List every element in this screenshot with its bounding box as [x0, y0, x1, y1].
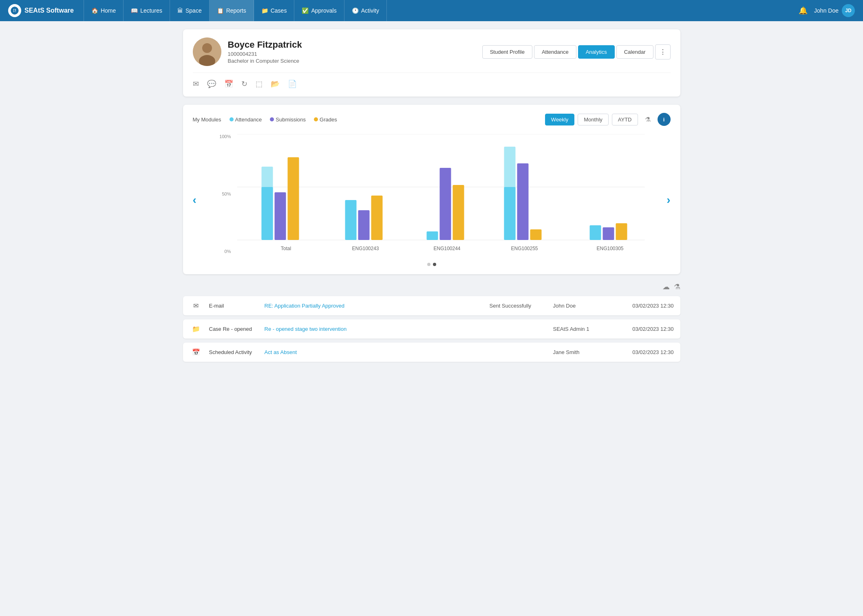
- home-icon: 🏠: [91, 7, 98, 14]
- filter-icon[interactable]: ⚗: [641, 113, 654, 126]
- activity-log-header: ☁ ⚗: [183, 282, 680, 291]
- nav-user[interactable]: John Doe JD: [814, 4, 855, 17]
- folder-icon[interactable]: 📂: [271, 79, 280, 88]
- submissions-dot: [270, 117, 274, 121]
- cloud-upload-icon[interactable]: ☁: [662, 282, 670, 291]
- svg-rect-27: [603, 227, 614, 240]
- calendar-add-icon[interactable]: 📅: [224, 79, 233, 88]
- activity-link-email[interactable]: RE: Application Partially Approved: [265, 303, 483, 309]
- svg-text:ENG100255: ENG100255: [511, 246, 538, 251]
- logo-text: SEAtS Software: [24, 7, 74, 14]
- add-document-icon[interactable]: 📄: [288, 79, 297, 88]
- y-label-50: 50%: [222, 191, 231, 196]
- legend-submissions: Submissions: [270, 117, 306, 123]
- svg-text:ENG100305: ENG100305: [596, 246, 623, 251]
- approvals-icon: ✅: [302, 7, 309, 14]
- y-label-100: 100%: [219, 134, 231, 139]
- copy-icon[interactable]: ⬚: [256, 79, 263, 88]
- chart-svg: Total ENG100243 ENG100244: [236, 134, 646, 256]
- nav-items: 🏠 Home 📖 Lectures 🏛 Space 📋 Reports 📁 Ca…: [84, 0, 799, 21]
- chart-dot-1[interactable]: [427, 263, 430, 266]
- svg-rect-28: [616, 223, 627, 240]
- main-content: Boyce Fitzpatrick 1000004231 Bachelor in…: [171, 21, 693, 374]
- chart-next-button[interactable]: ›: [667, 194, 670, 207]
- chart-prev-button[interactable]: ‹: [193, 194, 196, 207]
- logo-icon: S: [8, 4, 21, 17]
- activity-type-scheduled: Scheduled Activity: [209, 349, 258, 355]
- nav-cases[interactable]: 📁 Cases: [254, 0, 295, 21]
- svg-text:S: S: [13, 9, 16, 13]
- svg-rect-9: [261, 187, 273, 240]
- chart-svg-wrapper: Total ENG100243 ENG100244: [236, 134, 646, 258]
- avatar: JD: [842, 4, 855, 17]
- weekly-button[interactable]: Weekly: [545, 114, 574, 125]
- monthly-button[interactable]: Monthly: [578, 114, 609, 125]
- activity-link-scheduled[interactable]: Act as Absent: [265, 349, 483, 355]
- analytics-header: My Modules Attendance Submissions Grades…: [193, 113, 671, 126]
- chart-area-wrapper: 100% 50% 0%: [217, 134, 646, 266]
- tab-attendance[interactable]: Attendance: [534, 45, 576, 59]
- profile-avatar: [193, 37, 221, 66]
- svg-rect-15: [371, 196, 382, 240]
- nav-approvals[interactable]: ✅ Approvals: [294, 0, 344, 21]
- navbar: S SEAtS Software 🏠 Home 📖 Lectures 🏛 Spa…: [0, 0, 863, 21]
- nav-reports[interactable]: 📋 Reports: [210, 0, 254, 21]
- analytics-legend: My Modules Attendance Submissions Grades: [193, 117, 337, 123]
- nav-username: John Doe: [814, 7, 839, 14]
- profile-details: Boyce Fitzpatrick 1000004231 Bachelor in…: [228, 40, 302, 64]
- more-menu-button[interactable]: ⋮: [655, 44, 671, 59]
- logo[interactable]: S SEAtS Software: [8, 4, 74, 17]
- activity-link-case[interactable]: Re - opened stage two intervention: [265, 326, 483, 332]
- nav-lectures[interactable]: 📖 Lectures: [124, 0, 170, 21]
- svg-text:ENG100243: ENG100243: [352, 246, 379, 251]
- svg-rect-22: [504, 187, 515, 240]
- svg-point-3: [202, 43, 212, 53]
- svg-rect-17: [426, 231, 438, 240]
- tab-student-profile[interactable]: Student Profile: [482, 45, 532, 59]
- activity-log: ☁ ⚗ ✉ E-mail RE: Application Partially A…: [183, 282, 680, 362]
- activity-row-case: 📁 Case Re - opened Re - opened stage two…: [183, 319, 680, 339]
- nav-right: 🔔 John Doe JD: [799, 4, 855, 17]
- profile-icons-row: ✉ 💬 📅 ↻ ⬚ 📂 📄: [193, 73, 671, 88]
- activity-user-case: SEAtS Admin 1: [553, 326, 610, 332]
- svg-rect-14: [358, 210, 369, 240]
- bell-icon[interactable]: 🔔: [799, 6, 808, 15]
- chart-dot-2[interactable]: [433, 263, 436, 266]
- analytics-controls: Weekly Monthly AYTD ⚗ i: [545, 113, 671, 126]
- y-axis: 100% 50% 0%: [217, 134, 234, 254]
- chat-icon[interactable]: 💬: [207, 79, 216, 88]
- activity-icon: 🕐: [352, 7, 359, 14]
- nav-home[interactable]: 🏠 Home: [84, 0, 124, 21]
- legend-my-modules: My Modules: [193, 117, 221, 123]
- activity-row-email: ✉ E-mail RE: Application Partially Appro…: [183, 296, 680, 315]
- svg-rect-19: [452, 185, 464, 240]
- activity-status-email: Sent Successfully: [490, 303, 547, 309]
- profile-degree: Bachelor in Computer Science: [228, 58, 302, 64]
- tab-analytics[interactable]: Analytics: [578, 45, 615, 59]
- aytd-button[interactable]: AYTD: [612, 114, 638, 125]
- svg-rect-23: [517, 163, 528, 240]
- refresh-icon[interactable]: ↻: [241, 79, 247, 88]
- legend-attendance: Attendance: [230, 117, 262, 123]
- activity-row-scheduled: 📅 Scheduled Activity Act as Absent Jane …: [183, 343, 680, 362]
- activity-filter-icon[interactable]: ⚗: [674, 282, 680, 291]
- legend-grades: Grades: [314, 117, 337, 123]
- nav-activity[interactable]: 🕐 Activity: [344, 0, 387, 21]
- activity-type-case: Case Re - opened: [209, 326, 258, 332]
- email-icon[interactable]: ✉: [193, 79, 199, 88]
- info-button[interactable]: i: [658, 113, 671, 126]
- profile-name: Boyce Fitzpatrick: [228, 40, 302, 50]
- tab-calendar[interactable]: Calendar: [616, 45, 653, 59]
- space-icon: 🏛: [177, 7, 183, 14]
- nav-space[interactable]: 🏛 Space: [170, 0, 210, 21]
- activity-date-scheduled: 03/02/2023 12:30: [617, 349, 674, 355]
- cases-icon: 📁: [261, 7, 268, 14]
- profile-header: Boyce Fitzpatrick 1000004231 Bachelor in…: [193, 37, 671, 66]
- activity-type-email: E-mail: [209, 303, 258, 309]
- lectures-icon: 📖: [131, 7, 138, 14]
- svg-text:Total: Total: [280, 246, 291, 251]
- email-row-icon: ✉: [190, 302, 203, 310]
- svg-rect-10: [274, 192, 286, 240]
- chart-dots: [217, 263, 646, 266]
- svg-rect-11: [287, 157, 299, 240]
